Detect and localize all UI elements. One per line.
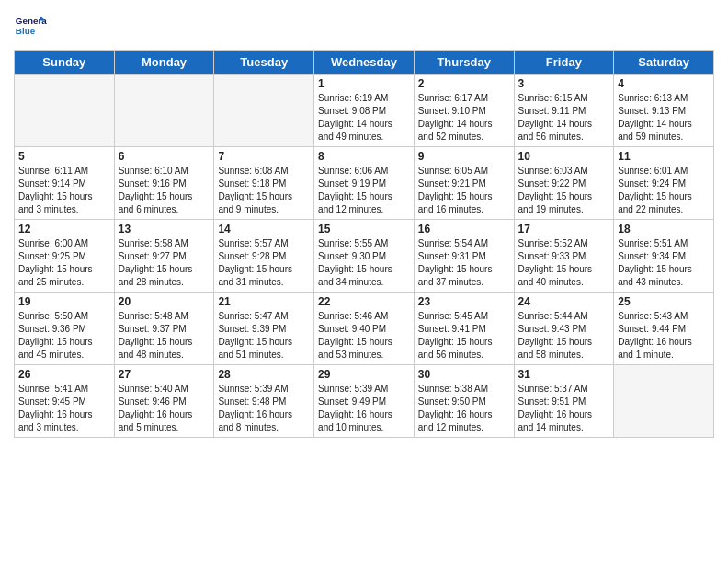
calendar-cell: 28Sunrise: 5:39 AM Sunset: 9:48 PM Dayli… [214,365,314,438]
day-header-tuesday: Tuesday [214,51,314,75]
day-number: 1 [318,77,410,90]
day-number: 27 [119,368,210,381]
page: General Blue SundayMondayTuesdayWednesda… [0,0,728,447]
logo-icon: General Blue [14,9,47,42]
day-number: 2 [418,77,510,90]
cell-data: Sunrise: 5:44 AM Sunset: 9:43 PM Dayligh… [518,310,610,362]
calendar-cell: 31Sunrise: 5:37 AM Sunset: 9:51 PM Dayli… [514,365,614,438]
cell-data: Sunrise: 6:15 AM Sunset: 9:11 PM Dayligh… [518,92,610,144]
day-number: 23 [418,295,510,308]
header-row: SundayMondayTuesdayWednesdayThursdayFrid… [15,51,714,75]
day-number: 20 [119,295,210,308]
cell-data: Sunrise: 6:03 AM Sunset: 9:22 PM Dayligh… [518,165,610,216]
day-number: 22 [318,295,410,308]
day-number: 21 [218,295,310,308]
cell-data: Sunrise: 5:47 AM Sunset: 9:39 PM Dayligh… [218,310,310,362]
day-header-sunday: Sunday [15,51,115,75]
day-number: 14 [218,223,310,236]
cell-data: Sunrise: 6:06 AM Sunset: 9:19 PM Dayligh… [318,165,410,216]
calendar-cell: 3Sunrise: 6:15 AM Sunset: 9:11 PM Daylig… [514,75,614,147]
svg-text:General: General [16,16,47,26]
calendar-cell [15,75,115,147]
calendar-cell [114,75,214,147]
calendar-cell: 2Sunrise: 6:17 AM Sunset: 9:10 PM Daylig… [414,75,514,147]
day-number: 19 [18,295,110,308]
day-number: 8 [318,150,410,163]
cell-data: Sunrise: 5:55 AM Sunset: 9:30 PM Dayligh… [318,237,410,289]
day-number: 30 [418,368,510,381]
cell-data: Sunrise: 6:01 AM Sunset: 9:24 PM Dayligh… [618,165,710,216]
cell-data: Sunrise: 5:45 AM Sunset: 9:41 PM Dayligh… [418,310,510,362]
day-number: 31 [518,368,610,381]
day-number: 4 [618,77,710,90]
calendar-cell: 4Sunrise: 6:13 AM Sunset: 9:13 PM Daylig… [614,75,714,147]
cell-data: Sunrise: 6:17 AM Sunset: 9:10 PM Dayligh… [418,92,510,144]
calendar-cell: 10Sunrise: 6:03 AM Sunset: 9:22 PM Dayli… [514,147,614,220]
calendar-cell: 21Sunrise: 5:47 AM Sunset: 9:39 PM Dayli… [214,293,314,365]
calendar-cell: 16Sunrise: 5:54 AM Sunset: 9:31 PM Dayli… [414,220,514,293]
cell-data: Sunrise: 6:05 AM Sunset: 9:21 PM Dayligh… [418,165,510,216]
calendar-cell: 1Sunrise: 6:19 AM Sunset: 9:08 PM Daylig… [314,75,415,147]
logo: General Blue [14,9,51,42]
calendar-cell: 15Sunrise: 5:55 AM Sunset: 9:30 PM Dayli… [314,220,415,293]
cell-data: Sunrise: 5:38 AM Sunset: 9:50 PM Dayligh… [418,383,510,434]
cell-data: Sunrise: 6:00 AM Sunset: 9:25 PM Dayligh… [18,237,110,289]
day-number: 28 [218,368,310,381]
calendar-cell: 11Sunrise: 6:01 AM Sunset: 9:24 PM Dayli… [614,147,714,220]
day-header-thursday: Thursday [414,51,514,75]
cell-data: Sunrise: 5:54 AM Sunset: 9:31 PM Dayligh… [418,237,510,289]
calendar-cell [214,75,314,147]
day-header-friday: Friday [514,51,614,75]
day-header-monday: Monday [114,51,214,75]
cell-data: Sunrise: 5:41 AM Sunset: 9:45 PM Dayligh… [18,383,110,434]
calendar-cell: 20Sunrise: 5:48 AM Sunset: 9:37 PM Dayli… [114,293,214,365]
cell-data: Sunrise: 5:37 AM Sunset: 9:51 PM Dayligh… [518,383,610,434]
day-number: 12 [18,223,110,236]
calendar-cell: 26Sunrise: 5:41 AM Sunset: 9:45 PM Dayli… [15,365,115,438]
calendar-cell: 27Sunrise: 5:40 AM Sunset: 9:46 PM Dayli… [114,365,214,438]
calendar-cell: 22Sunrise: 5:46 AM Sunset: 9:40 PM Dayli… [314,293,415,365]
calendar-cell: 5Sunrise: 6:11 AM Sunset: 9:14 PM Daylig… [15,147,115,220]
cell-data: Sunrise: 6:13 AM Sunset: 9:13 PM Dayligh… [618,92,710,144]
calendar-cell [614,365,714,438]
calendar-cell: 6Sunrise: 6:10 AM Sunset: 9:16 PM Daylig… [114,147,214,220]
calendar-cell: 23Sunrise: 5:45 AM Sunset: 9:41 PM Dayli… [414,293,514,365]
day-number: 3 [518,77,610,90]
day-number: 15 [318,223,410,236]
cell-data: Sunrise: 5:50 AM Sunset: 9:36 PM Dayligh… [18,310,110,362]
day-number: 25 [618,295,710,308]
cell-data: Sunrise: 5:43 AM Sunset: 9:44 PM Dayligh… [618,310,710,362]
calendar-cell: 17Sunrise: 5:52 AM Sunset: 9:33 PM Dayli… [514,220,614,293]
week-row-3: 12Sunrise: 6:00 AM Sunset: 9:25 PM Dayli… [15,220,714,293]
cell-data: Sunrise: 6:08 AM Sunset: 9:18 PM Dayligh… [218,165,310,216]
calendar-cell: 13Sunrise: 5:58 AM Sunset: 9:27 PM Dayli… [114,220,214,293]
cell-data: Sunrise: 5:58 AM Sunset: 9:27 PM Dayligh… [119,237,210,289]
day-header-saturday: Saturday [614,51,714,75]
calendar-cell: 14Sunrise: 5:57 AM Sunset: 9:28 PM Dayli… [214,220,314,293]
week-row-4: 19Sunrise: 5:50 AM Sunset: 9:36 PM Dayli… [15,293,714,365]
day-number: 5 [18,150,110,163]
calendar-cell: 19Sunrise: 5:50 AM Sunset: 9:36 PM Dayli… [15,293,115,365]
cell-data: Sunrise: 6:19 AM Sunset: 9:08 PM Dayligh… [318,92,410,144]
header: General Blue [14,9,714,42]
cell-data: Sunrise: 5:48 AM Sunset: 9:37 PM Dayligh… [119,310,210,362]
svg-text:Blue: Blue [16,26,36,36]
day-number: 7 [218,150,310,163]
day-number: 16 [418,223,510,236]
calendar-cell: 9Sunrise: 6:05 AM Sunset: 9:21 PM Daylig… [414,147,514,220]
week-row-1: 1Sunrise: 6:19 AM Sunset: 9:08 PM Daylig… [15,75,714,147]
calendar-cell: 12Sunrise: 6:00 AM Sunset: 9:25 PM Dayli… [15,220,115,293]
calendar-cell: 30Sunrise: 5:38 AM Sunset: 9:50 PM Dayli… [414,365,514,438]
cell-data: Sunrise: 5:40 AM Sunset: 9:46 PM Dayligh… [119,383,210,434]
day-number: 6 [119,150,210,163]
calendar-cell: 18Sunrise: 5:51 AM Sunset: 9:34 PM Dayli… [614,220,714,293]
day-number: 29 [318,368,410,381]
calendar-table: SundayMondayTuesdayWednesdayThursdayFrid… [14,50,714,438]
calendar-cell: 25Sunrise: 5:43 AM Sunset: 9:44 PM Dayli… [614,293,714,365]
cell-data: Sunrise: 5:39 AM Sunset: 9:48 PM Dayligh… [218,383,310,434]
cell-data: Sunrise: 5:52 AM Sunset: 9:33 PM Dayligh… [518,237,610,289]
day-number: 9 [418,150,510,163]
day-number: 10 [518,150,610,163]
calendar-cell: 24Sunrise: 5:44 AM Sunset: 9:43 PM Dayli… [514,293,614,365]
cell-data: Sunrise: 5:39 AM Sunset: 9:49 PM Dayligh… [318,383,410,434]
